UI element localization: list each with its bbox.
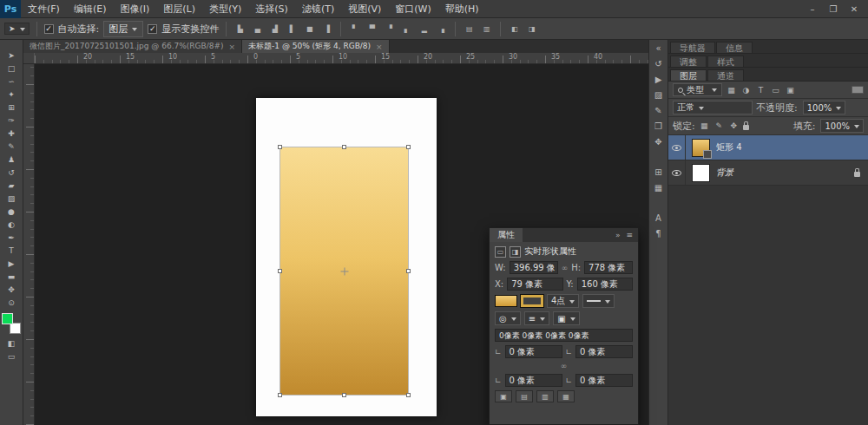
layer-row-background[interactable]: 背景 xyxy=(668,160,868,186)
lock-transparency-icon[interactable]: ▦ xyxy=(699,121,710,130)
character-panel-icon[interactable]: A xyxy=(651,212,666,224)
menu-layer[interactable]: 图层(L) xyxy=(156,0,202,18)
pen-tool[interactable]: ✒ xyxy=(2,231,21,244)
color-panel-icon[interactable]: ▨ xyxy=(651,89,666,101)
blend-mode-dropdown[interactable]: 正常 xyxy=(673,101,753,114)
lock-pixels-icon[interactable]: ✎ xyxy=(713,121,725,130)
tab-info[interactable]: 信息 xyxy=(716,42,753,53)
transform-handle[interactable] xyxy=(278,393,282,397)
minimize-button[interactable]: – xyxy=(802,0,823,18)
close-tab-icon[interactable]: × xyxy=(229,42,236,51)
opacity-dropdown[interactable]: 100% xyxy=(803,101,846,114)
stroke-cap-dropdown[interactable]: ≡ xyxy=(524,311,549,325)
stroke-style-dropdown[interactable] xyxy=(582,294,615,308)
filter-type-icon[interactable]: T xyxy=(755,86,766,95)
visibility-cell[interactable] xyxy=(668,135,686,160)
layer-row-rectangle4[interactable]: 矩形 4 xyxy=(668,135,868,160)
clone-stamp-tool[interactable]: ♟ xyxy=(2,153,21,166)
document-tab-1[interactable]: 微信图片_20170725101501.jpg @ 66.7%(RGB/8#) … xyxy=(23,40,242,53)
transform-handle[interactable] xyxy=(342,145,346,149)
shape-tool[interactable]: ▬ xyxy=(2,270,21,283)
properties-tab[interactable]: 属性 xyxy=(490,228,523,242)
link-wh-icon[interactable]: ∞ xyxy=(562,264,569,272)
transform-handle[interactable] xyxy=(406,393,411,397)
lock-position-icon[interactable]: ✥ xyxy=(728,121,740,130)
filter-pixel-icon[interactable]: ▦ xyxy=(726,86,737,95)
transform-handle[interactable] xyxy=(278,269,282,273)
layer-thumbnail[interactable] xyxy=(692,164,710,182)
menu-window[interactable]: 窗口(W) xyxy=(388,0,437,18)
marquee-tool[interactable]: □ xyxy=(2,62,21,75)
layer-thumbnail[interactable] xyxy=(692,139,710,157)
link-radius-icon[interactable]: ∞ xyxy=(561,362,568,370)
tab-channels[interactable]: 通道 xyxy=(707,69,744,81)
restore-button[interactable]: ❐ xyxy=(823,0,844,18)
distribute-icon[interactable]: ▗ xyxy=(435,25,448,33)
menu-filter[interactable]: 滤镜(T) xyxy=(295,0,341,18)
distribute-icon[interactable]: ▘ xyxy=(348,25,361,33)
navigator-panel-icon[interactable]: ✥ xyxy=(651,136,666,147)
zoom-tool[interactable]: ⊙ xyxy=(2,296,21,309)
align-top-icon[interactable]: ▌ xyxy=(286,25,299,33)
pathop-button[interactable]: ▥ xyxy=(536,390,554,402)
transform-handle[interactable] xyxy=(406,145,411,149)
transform-handle[interactable] xyxy=(406,269,411,273)
quick-select-tool[interactable]: ✦ xyxy=(2,88,21,101)
swatches-panel-icon[interactable]: ▦ xyxy=(651,182,666,193)
document-tab-2[interactable]: 未标题-1 @ 50% (矩形 4, RGB/8) × xyxy=(242,40,390,53)
tab-layers[interactable]: 图层 xyxy=(670,69,707,81)
pathop-button[interactable]: ▣ xyxy=(495,390,512,402)
align-right-icon[interactable]: ▟ xyxy=(268,25,281,33)
menu-type[interactable]: 类型(Y) xyxy=(202,0,248,18)
filter-toggle[interactable] xyxy=(852,86,864,94)
distribute-icon[interactable]: ▀ xyxy=(365,25,378,33)
radius-bottomleft-field[interactable]: 0 像素 xyxy=(505,374,562,387)
align-middle-icon[interactable]: ■ xyxy=(303,25,316,33)
distribute-icon[interactable]: ▖ xyxy=(400,25,413,33)
layer-name[interactable]: 矩形 4 xyxy=(716,141,742,154)
tab-adjustments[interactable]: 调整 xyxy=(670,56,707,67)
layer-filter-dropdown[interactable]: 类型 xyxy=(673,83,722,96)
align-bottom-icon[interactable]: ▐ xyxy=(320,25,333,33)
visibility-cell[interactable] xyxy=(668,160,686,185)
type-tool[interactable]: T xyxy=(2,244,21,257)
align-left-icon[interactable]: ▙ xyxy=(233,25,247,33)
x-field[interactable]: 79 像素 xyxy=(507,278,562,291)
expand-dock-icon[interactable]: « xyxy=(651,42,666,54)
dodge-tool[interactable]: ◐ xyxy=(2,218,21,231)
distribute-icon[interactable]: ▝ xyxy=(383,25,396,33)
radius-topleft-field[interactable]: 0 像素 xyxy=(505,345,562,358)
layer-name[interactable]: 背景 xyxy=(716,167,733,179)
fill-dropdown[interactable]: 100% xyxy=(820,119,864,133)
shape-rectangle[interactable] xyxy=(280,147,408,395)
menu-help[interactable]: 帮助(H) xyxy=(438,0,486,18)
stroke-corner-dropdown[interactable]: ▣ xyxy=(553,311,579,325)
menu-image[interactable]: 图像(I) xyxy=(113,0,156,18)
path-select-tool[interactable]: ▶ xyxy=(2,257,21,270)
menu-view[interactable]: 视图(V) xyxy=(341,0,388,18)
adjustments-panel-icon[interactable]: ⊞ xyxy=(651,167,666,178)
move-tool[interactable]: ➤ xyxy=(2,49,21,62)
transform-handle[interactable] xyxy=(278,145,282,149)
distribute-icon[interactable]: ▂ xyxy=(418,25,431,33)
mode-icon[interactable]: ◨ xyxy=(525,25,538,33)
history-brush-tool[interactable]: ↺ xyxy=(2,166,21,179)
arrange-icon[interactable]: ▤ xyxy=(463,25,476,33)
screen-mode-button[interactable]: ▭ xyxy=(2,350,21,363)
stroke-color-swatch[interactable] xyxy=(521,295,543,307)
radius-bottomright-field[interactable]: 0 像素 xyxy=(575,374,633,387)
pathop-button[interactable]: ▦ xyxy=(557,390,575,402)
close-tab-icon[interactable]: × xyxy=(376,42,383,51)
align-center-icon[interactable]: ▄ xyxy=(251,25,264,33)
crop-tool[interactable]: ⊞ xyxy=(2,101,21,114)
y-field[interactable]: 160 像素 xyxy=(577,278,633,291)
show-transform-checkbox[interactable]: ✓ xyxy=(148,24,157,34)
history-icon[interactable]: ↺ xyxy=(651,58,666,69)
document-canvas[interactable] xyxy=(256,98,437,416)
healing-brush-tool[interactable]: ✚ xyxy=(2,127,21,140)
pathop-button[interactable]: ▤ xyxy=(516,390,533,402)
auto-select-target-dropdown[interactable]: 图层 xyxy=(103,21,143,37)
eyedropper-tool[interactable]: ✑ xyxy=(2,114,21,127)
paragraph-panel-icon[interactable]: ¶ xyxy=(651,228,666,239)
fill-color-swatch[interactable] xyxy=(495,295,517,307)
